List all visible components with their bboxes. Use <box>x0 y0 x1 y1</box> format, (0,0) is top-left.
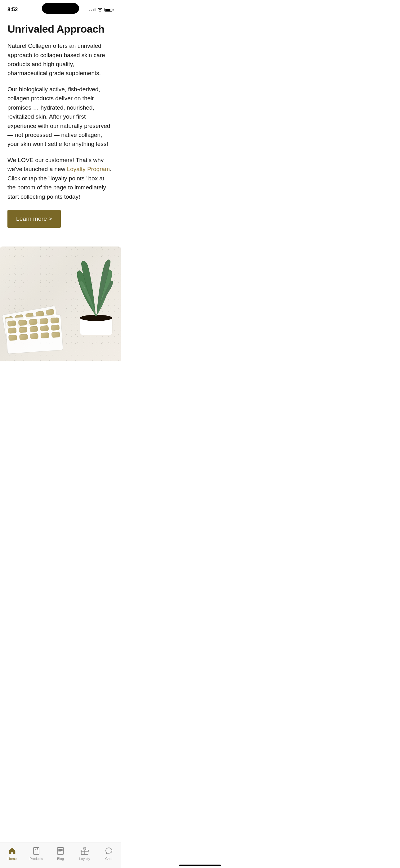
main-content: Unrivaled Approach Naturel Collagen offe… <box>0 17 121 247</box>
product-image <box>0 247 121 361</box>
status-icons <box>89 8 113 12</box>
battery-icon <box>104 8 113 12</box>
pill-pack-front <box>5 314 63 354</box>
status-bar: 8:52 <box>0 0 121 17</box>
status-time: 8:52 <box>7 6 18 13</box>
third-paragraph: We LOVE our customers! That's why we've … <box>7 156 113 201</box>
loyalty-link[interactable]: Loyalty Program <box>67 166 110 172</box>
page-title: Unrivaled Approach <box>7 23 113 35</box>
learn-more-button[interactable]: Learn more > <box>7 210 61 228</box>
second-paragraph: Our biologically active, fish-derived, c… <box>7 85 113 149</box>
svg-point-2 <box>80 315 112 321</box>
signal-icon <box>89 8 96 11</box>
dynamic-island <box>42 3 79 14</box>
wifi-icon <box>97 8 103 12</box>
intro-paragraph: Naturel Collagen offers an unrivaled app… <box>7 41 113 78</box>
